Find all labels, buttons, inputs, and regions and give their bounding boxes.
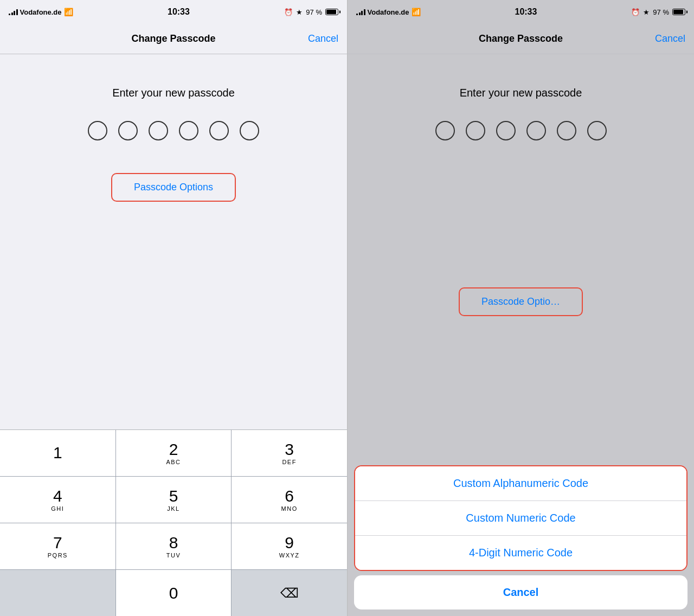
right-alarm-icon: ⏰ (631, 8, 640, 16)
dot-4 (179, 121, 198, 140)
option-custom-numeric[interactable]: Custom Numeric Code (355, 501, 686, 535)
right-wifi-icon: 📶 (412, 8, 421, 16)
key-4[interactable]: 4 GHI (0, 477, 115, 523)
left-passcode-prompt: Enter your new passcode (112, 87, 235, 99)
key-5[interactable]: 5 JKL (116, 477, 232, 523)
right-dot-6 (587, 121, 607, 140)
left-nav-bar: Change Passcode Cancel (0, 24, 347, 54)
options-menu: Custom Alphanumeric Code Custom Numeric … (354, 465, 687, 571)
key-delete[interactable]: ⌫ (232, 570, 347, 616)
right-nav-bar: Change Passcode Cancel (348, 24, 694, 54)
right-signal-icon (356, 9, 365, 15)
left-wifi-icon: 📶 (64, 8, 73, 16)
left-status-right: ⏰ ★ 97 % (284, 8, 338, 16)
key-3[interactable]: 3 DEF (232, 430, 347, 476)
right-dot-4 (526, 121, 546, 140)
dot-1 (88, 121, 107, 140)
left-battery-pct: 97 % (306, 8, 322, 16)
right-status-bar: Vodafone.de 📶 10:33 ⏰ ★ 97 % (348, 0, 694, 24)
left-signal-icon (9, 9, 18, 15)
right-status-left: Vodafone.de 📶 (356, 8, 421, 16)
dot-2 (118, 121, 138, 140)
right-battery-icon (672, 9, 685, 15)
right-dot-2 (466, 121, 485, 140)
dot-3 (149, 121, 168, 140)
left-carrier: Vodafone.de (20, 8, 62, 16)
left-numpad: 1 2 ABC 3 DEF 4 GHI 5 JKL 6 MNO 7 PQRS 8 (0, 429, 347, 616)
left-phone-panel: Vodafone.de 📶 10:33 ⏰ ★ 97 % Change Pass… (0, 0, 347, 616)
key-6[interactable]: 6 MNO (232, 477, 347, 523)
right-dot-5 (557, 121, 576, 140)
options-overlay: Custom Alphanumeric Code Custom Numeric … (348, 465, 694, 616)
right-battery-pct: 97 % (653, 8, 669, 16)
right-dot-3 (496, 121, 516, 140)
dot-5 (209, 121, 229, 140)
left-nav-title: Change Passcode (131, 33, 215, 44)
left-status-bar: Vodafone.de 📶 10:33 ⏰ ★ 97 % (0, 0, 347, 24)
left-time: 10:33 (168, 7, 190, 17)
option-4digit-numeric[interactable]: 4-Digit Numeric Code (355, 535, 686, 570)
left-main-content: Enter your new passcode Passcode Options (0, 54, 347, 429)
dot-6 (240, 121, 259, 140)
left-alarm-icon: ⏰ (284, 8, 293, 16)
right-carrier: Vodafone.de (368, 8, 409, 16)
right-time: 10:33 (515, 7, 537, 17)
right-nav-title: Change Passcode (479, 33, 563, 44)
right-cancel-button[interactable]: Cancel (655, 33, 685, 44)
passcode-options-hint: Passcode Optio… (348, 287, 694, 316)
key-8[interactable]: 8 TUV (116, 523, 232, 569)
right-passcode-prompt: Enter your new passcode (460, 87, 582, 99)
key-2[interactable]: 2 ABC (116, 430, 232, 476)
left-passcode-dots (88, 121, 259, 140)
right-phone-panel: Vodafone.de 📶 10:33 ⏰ ★ 97 % Change Pass… (347, 0, 694, 616)
left-status-left: Vodafone.de 📶 (9, 8, 73, 16)
passcode-options-button[interactable]: Passcode Options (111, 173, 236, 202)
right-status-right: ⏰ ★ 97 % (631, 8, 685, 16)
delete-icon: ⌫ (280, 586, 299, 601)
right-bt-icon: ★ (643, 8, 650, 16)
key-empty (0, 570, 115, 616)
right-main-content: Enter your new passcode Passcode Optio… … (348, 54, 694, 616)
key-7[interactable]: 7 PQRS (0, 523, 115, 569)
key-9[interactable]: 9 WXYZ (232, 523, 347, 569)
passcode-options-hint-text: Passcode Optio… (459, 287, 583, 316)
right-dot-1 (435, 121, 455, 140)
left-bt-icon: ★ (296, 8, 303, 16)
left-cancel-button[interactable]: Cancel (308, 33, 338, 44)
key-0[interactable]: 0 (116, 570, 232, 616)
right-passcode-dots (435, 121, 607, 140)
left-battery-icon (325, 9, 338, 15)
options-cancel-button[interactable]: Cancel (354, 575, 687, 609)
option-custom-alphanumeric[interactable]: Custom Alphanumeric Code (355, 466, 686, 501)
key-1[interactable]: 1 (0, 430, 115, 476)
